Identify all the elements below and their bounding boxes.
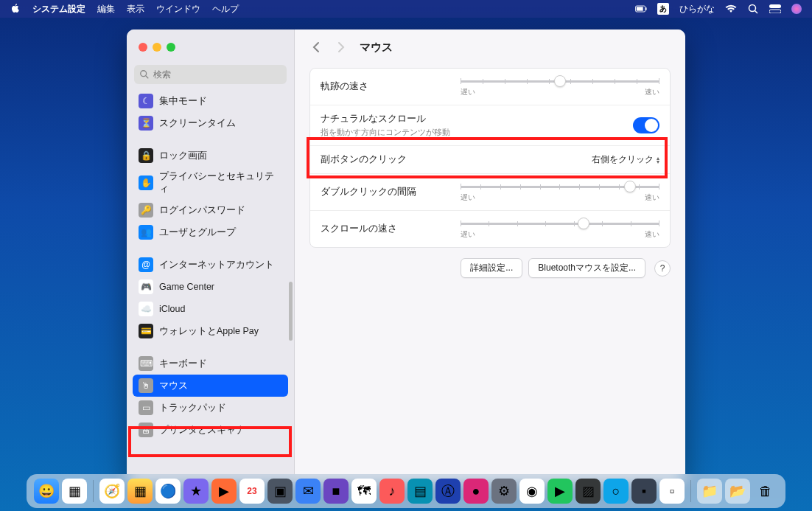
spotlight-icon[interactable] bbox=[747, 4, 759, 14]
dock-app-7[interactable]: ● bbox=[463, 479, 489, 504]
ime-indicator-icon[interactable]: あ bbox=[657, 3, 669, 15]
dock-calendar[interactable]: 23 bbox=[239, 479, 265, 504]
dock-launchpad[interactable]: ▦ bbox=[62, 479, 87, 504]
sidebar-item-2[interactable]: 🔒ロック画面 bbox=[133, 145, 288, 167]
dock-app-2[interactable]: ★ bbox=[183, 479, 209, 504]
dock-mail[interactable]: ✉ bbox=[295, 479, 321, 504]
sidebar-item-4[interactable]: 🔑ログインパスワード bbox=[133, 199, 288, 221]
sidebar-icon: @ bbox=[139, 257, 153, 272]
dock-app-11[interactable]: ○ bbox=[603, 479, 629, 504]
dock-appstore[interactable]: Ⓐ bbox=[435, 479, 461, 504]
wifi-icon[interactable] bbox=[725, 4, 737, 14]
minimize-button[interactable] bbox=[153, 43, 161, 52]
sidebar-item-9[interactable]: 💳ウォレットとApple Pay bbox=[133, 320, 288, 342]
forward-button[interactable] bbox=[335, 41, 348, 54]
natural-scroll-toggle[interactable] bbox=[633, 117, 659, 133]
menubar-item-edit[interactable]: 編集 bbox=[97, 3, 115, 15]
search-input[interactable] bbox=[134, 65, 287, 84]
dock-settings[interactable]: ⚙ bbox=[491, 479, 517, 504]
sidebar-item-5[interactable]: 👥ユーザとグループ bbox=[133, 221, 288, 243]
natural-scroll-label: ナチュラルなスクロール bbox=[321, 113, 450, 125]
sidebar-item-6[interactable]: @インターネットアカウント bbox=[133, 254, 288, 276]
sidebar-item-11[interactable]: 🖱マウス bbox=[133, 375, 288, 397]
dock-app-5[interactable]: ■ bbox=[323, 479, 349, 504]
battery-icon[interactable] bbox=[635, 4, 647, 14]
dock-safari[interactable]: 🧭 bbox=[99, 479, 125, 504]
tracking-slider[interactable]: 遅い速い bbox=[461, 76, 659, 97]
sidebar-icon: 🔑 bbox=[139, 203, 153, 218]
natural-scroll-sub: 指を動かす方向にコンテンツが移動 bbox=[321, 127, 450, 138]
secondary-click-select[interactable]: 右側をクリック ▴▾ bbox=[592, 153, 659, 166]
menubar-item-window[interactable]: ウインドウ bbox=[156, 3, 200, 15]
control-center-icon[interactable] bbox=[769, 4, 781, 14]
dock-app-12[interactable]: ▪ bbox=[631, 479, 657, 504]
menubar: システム設定 編集 表示 ウインドウ ヘルプ あ ひらがな bbox=[0, 0, 812, 18]
double-click-slider[interactable]: 遅い速い bbox=[461, 181, 659, 203]
secondary-click-label: 副ボタンのクリック bbox=[321, 153, 407, 166]
advanced-button[interactable]: 詳細設定... bbox=[461, 258, 522, 278]
sidebar-item-label: トラックパッド bbox=[159, 402, 226, 414]
ime-label[interactable]: ひらがな bbox=[679, 3, 715, 15]
sidebar-item-label: 集中モード bbox=[159, 95, 207, 108]
apple-menu-icon[interactable] bbox=[10, 3, 21, 15]
sidebar-item-8[interactable]: ☁️iCloud bbox=[133, 298, 288, 320]
double-click-label: ダブルクリックの間隔 bbox=[321, 186, 416, 198]
menubar-app-name[interactable]: システム設定 bbox=[32, 3, 85, 15]
sidebar-list[interactable]: ☾集中モード⏳スクリーンタイム🔒ロック画面✋プライバシーとセキュリティ🔑ログイン… bbox=[127, 90, 294, 481]
sidebar-item-label: ユーザとグループ bbox=[159, 226, 236, 239]
sidebar-icon: ☾ bbox=[139, 94, 153, 108]
setting-double-click: ダブルクリックの間隔 遅い速い bbox=[310, 174, 670, 211]
setting-secondary-click: 副ボタンのクリック 右側をクリック ▴▾ bbox=[310, 146, 670, 174]
dock-finder[interactable]: 😀 bbox=[34, 479, 59, 504]
sidebar-item-3[interactable]: ✋プライバシーとセキュリティ bbox=[133, 167, 288, 199]
sidebar-item-12[interactable]: ▭トラックパッド bbox=[133, 397, 288, 419]
sidebar-item-13[interactable]: 🖨プリンタとスキャナ bbox=[133, 419, 288, 441]
sidebar-item-label: キーボード bbox=[159, 358, 207, 370]
dock-app-10[interactable]: ▨ bbox=[575, 479, 601, 504]
setting-scroll-speed: スクロールの速さ 遅い速い bbox=[310, 211, 670, 247]
sidebar-icon: 🖱 bbox=[139, 378, 153, 393]
dock-trash[interactable]: 🗑 bbox=[753, 479, 778, 504]
sidebar-icon: 👥 bbox=[139, 225, 153, 240]
setting-natural-scroll: ナチュラルなスクロール 指を動かす方向にコンテンツが移動 bbox=[310, 105, 670, 146]
sidebar-item-10[interactable]: ⌨キーボード bbox=[133, 352, 288, 375]
dock-app-1[interactable]: ▦ bbox=[127, 479, 153, 504]
sidebar-item-label: インターネットアカウント bbox=[159, 259, 274, 271]
sidebar-icon: ⌨ bbox=[139, 356, 153, 371]
dock-app-13[interactable]: ▫ bbox=[659, 479, 685, 504]
dock-folder-1[interactable]: 📁 bbox=[697, 479, 722, 504]
menubar-item-view[interactable]: 表示 bbox=[127, 3, 144, 15]
settings-window: ☾集中モード⏳スクリーンタイム🔒ロック画面✋プライバシーとセキュリティ🔑ログイン… bbox=[127, 29, 685, 481]
menubar-item-help[interactable]: ヘルプ bbox=[212, 3, 239, 15]
sidebar-item-label: スクリーンタイム bbox=[159, 117, 236, 130]
svg-rect-2 bbox=[637, 7, 643, 10]
scroll-speed-slider[interactable]: 遅い速い bbox=[461, 218, 659, 240]
back-button[interactable] bbox=[309, 41, 323, 54]
sidebar-item-0[interactable]: ☾集中モード bbox=[133, 90, 288, 112]
bluetooth-mouse-button[interactable]: Bluetoothマウスを設定... bbox=[528, 258, 645, 278]
sidebar-item-label: マウス bbox=[159, 380, 188, 392]
siri-icon[interactable] bbox=[791, 4, 802, 14]
sidebar-item-7[interactable]: 🎮Game Center bbox=[133, 276, 288, 298]
dock-app-4[interactable]: ▣ bbox=[267, 479, 293, 504]
chevron-updown-icon: ▴▾ bbox=[657, 156, 659, 164]
sidebar: ☾集中モード⏳スクリーンタイム🔒ロック画面✋プライバシーとセキュリティ🔑ログイン… bbox=[127, 29, 295, 481]
dock-folder-2[interactable]: 📂 bbox=[725, 479, 750, 504]
page-title: マウス bbox=[360, 41, 393, 55]
dock-app-6[interactable]: ▤ bbox=[407, 479, 433, 504]
dock-music[interactable]: ♪ bbox=[379, 479, 405, 504]
dock-app-9[interactable]: ▶ bbox=[547, 479, 573, 504]
window-controls bbox=[127, 29, 294, 65]
sidebar-item-label: Game Center bbox=[159, 282, 214, 292]
close-button[interactable] bbox=[139, 43, 147, 52]
dock-chrome[interactable]: 🔵 bbox=[155, 479, 181, 504]
scrollbar[interactable] bbox=[289, 282, 293, 341]
sidebar-item-1[interactable]: ⏳スクリーンタイム bbox=[133, 112, 288, 134]
dock-maps[interactable]: 🗺 bbox=[351, 479, 377, 504]
dock-app-3[interactable]: ▶ bbox=[211, 479, 237, 504]
dock-app-8[interactable]: ◉ bbox=[519, 479, 545, 504]
zoom-button[interactable] bbox=[167, 43, 175, 52]
sidebar-item-label: プライバシーとセキュリティ bbox=[159, 170, 282, 195]
setting-tracking-speed: 軌跡の速さ 遅い速い bbox=[310, 69, 670, 105]
help-button[interactable]: ? bbox=[654, 260, 671, 277]
